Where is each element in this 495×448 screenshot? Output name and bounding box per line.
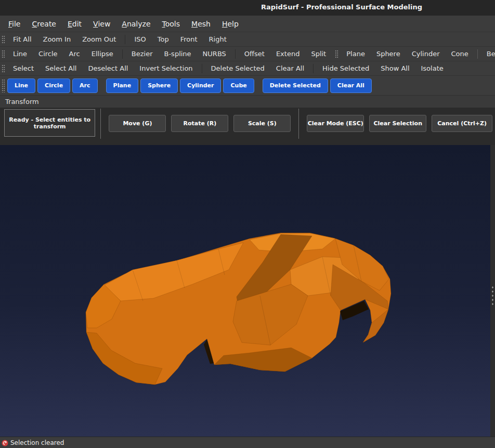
quick-group-edit: Delete Selected Clear All <box>263 78 374 93</box>
panel-separator <box>100 109 101 139</box>
quick-button-arc[interactable]: Arc <box>72 78 97 93</box>
drag-handle-icon[interactable] <box>2 50 5 58</box>
quick-group-create: Line Circle Arc <box>7 78 100 93</box>
toolbar-button-top[interactable]: Top <box>152 32 175 46</box>
quick-button-circle[interactable]: Circle <box>37 78 70 93</box>
toolbar-separator <box>202 64 202 73</box>
menu-create[interactable]: Create <box>26 16 62 32</box>
toolbar-button-front[interactable]: Front <box>175 32 203 46</box>
menu-file[interactable]: File <box>3 16 26 32</box>
transform-status-box: Ready - Select entities to transform <box>4 109 95 137</box>
toolbar-button-extend[interactable]: Extend <box>270 47 306 61</box>
toolbar-button-zoom-out[interactable]: Zoom Out <box>76 32 122 46</box>
toolbar-button-zoom-in[interactable]: Zoom In <box>37 32 77 46</box>
toolbar-button-delete-selected[interactable]: Delete Selected <box>205 61 270 75</box>
toolbar-separator <box>313 64 314 73</box>
toolbar-button-deselect-all[interactable]: Deselect All <box>82 61 134 75</box>
quick-button-plane[interactable]: Plane <box>106 78 139 93</box>
splitter-grip-icon <box>491 285 494 307</box>
clear-selection-button[interactable]: Clear Selection <box>369 115 426 132</box>
toolbar-button-hide-selected[interactable]: Hide Selected <box>317 61 375 75</box>
cancel-button[interactable]: Cancel (Ctrl+Z) <box>432 115 492 132</box>
clear-mode-button[interactable]: Clear Mode (ESC) <box>307 115 364 132</box>
menu-analyze[interactable]: Analyze <box>116 16 156 32</box>
menubar: File Create Edit View Analyze Tools Mesh… <box>0 16 495 32</box>
toolbar-separator <box>235 49 236 59</box>
transform-section-header: Transform <box>0 95 495 108</box>
move-button[interactable]: Move (G) <box>109 115 166 132</box>
toolbar-button-invert-selection[interactable]: Invert Selection <box>134 61 198 75</box>
toolbar-button-plane[interactable]: Plane <box>341 47 371 61</box>
stop-icon <box>2 440 8 446</box>
toolbar-button-fit-all[interactable]: Fit All <box>7 32 37 46</box>
toolbar-button-arc[interactable]: Arc <box>63 47 86 61</box>
toolbar-button-show-all[interactable]: Show All <box>375 61 415 75</box>
quick-button-cube[interactable]: Cube <box>223 78 254 93</box>
toolbar-button-line[interactable]: Line <box>7 47 33 61</box>
status-message: Selection cleared <box>10 439 64 446</box>
app-window: RapidSurf - Professional Surface Modelin… <box>0 0 495 448</box>
toolbar-button-bspline[interactable]: B-spline <box>159 47 197 61</box>
toolbar-button-split[interactable]: Split <box>305 47 332 61</box>
rotate-button[interactable]: Rotate (R) <box>171 115 228 132</box>
window-title: RapidSurf - Professional Surface Modelin… <box>261 3 422 11</box>
toolbar-button-select-all[interactable]: Select All <box>40 61 82 75</box>
toolbar-button-circle[interactable]: Circle <box>33 47 63 61</box>
menu-tools[interactable]: Tools <box>157 16 186 32</box>
quick-button-cylinder[interactable]: Cylinder <box>180 78 221 93</box>
quick-button-line[interactable]: Line <box>7 78 35 93</box>
toolbar-button-right[interactable]: Right <box>203 32 232 46</box>
drag-handle-icon[interactable] <box>2 79 5 93</box>
menu-mesh[interactable]: Mesh <box>186 16 216 32</box>
quick-button-sphere[interactable]: Sphere <box>140 78 178 93</box>
viewport-3d[interactable] <box>0 145 490 437</box>
toolbar-button-select[interactable]: Select <box>7 61 40 75</box>
toolbar-button-cylinder[interactable]: Cylinder <box>406 47 446 61</box>
menu-help[interactable]: Help <box>216 16 244 32</box>
toolbar-button-isolate[interactable]: Isolate <box>415 61 449 75</box>
toolbar-view: Fit All Zoom In Zoom Out ISO Top Front R… <box>0 32 495 46</box>
toolbar-draw: Line Circle Arc Ellipse Bezier B-spline … <box>0 46 495 61</box>
quick-button-clear-all[interactable]: Clear All <box>330 78 372 93</box>
titlebar[interactable]: RapidSurf - Professional Surface Modelin… <box>0 0 495 16</box>
drag-handle-icon[interactable] <box>2 35 5 44</box>
car-model[interactable] <box>0 145 490 437</box>
toolbar-select: Select Select All Deselect All Invert Se… <box>0 61 495 75</box>
quick-group-primitives: Plane Sphere Cylinder Cube <box>106 78 256 93</box>
toolbar-button-bezier[interactable]: Bezier <box>126 47 159 61</box>
statusbar: Selection cleared <box>0 437 495 448</box>
transform-panel: Ready - Select entities to transform Mov… <box>0 108 495 145</box>
toolbar-button-sphere[interactable]: Sphere <box>371 47 406 61</box>
toolbar-separator <box>122 49 123 59</box>
drag-handle-icon[interactable] <box>2 64 5 73</box>
menu-view[interactable]: View <box>87 16 116 32</box>
transform-section-label: Transform <box>0 98 39 106</box>
toolbar-button-cone[interactable]: Cone <box>446 47 474 61</box>
menu-edit[interactable]: Edit <box>62 16 87 32</box>
scale-button[interactable]: Scale (S) <box>233 115 291 132</box>
toolbar-button-offset[interactable]: Offset <box>239 47 270 61</box>
toolbar-button-clear-all[interactable]: Clear All <box>270 61 310 75</box>
quick-button-delete-selected[interactable]: Delete Selected <box>263 78 328 93</box>
toolbar-separator <box>125 35 125 44</box>
toolbar-button-iso[interactable]: ISO <box>128 32 151 46</box>
toolbar-button-nurbs[interactable]: NURBS <box>197 47 232 61</box>
panel-separator <box>298 109 299 139</box>
toolbar-separator <box>477 49 478 59</box>
viewport-area <box>0 145 495 437</box>
toolbar-button-ellipse[interactable]: Ellipse <box>86 47 119 61</box>
drag-handle-icon[interactable] <box>335 50 338 58</box>
toolbar-button-bezier-surface[interactable]: Bezier <box>481 47 495 61</box>
viewport-splitter[interactable] <box>490 145 495 437</box>
quick-toolbar: Line Circle Arc Plane Sphere Cylinder Cu… <box>0 75 495 95</box>
